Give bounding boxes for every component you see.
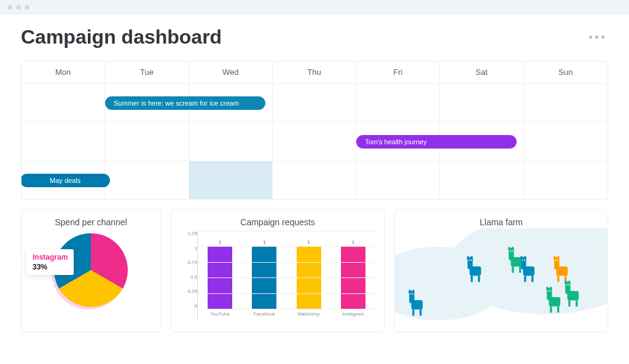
bar-column[interactable]: 1 <box>294 239 324 309</box>
calendar-cell[interactable] <box>356 83 440 122</box>
calendar-cell[interactable] <box>524 83 608 122</box>
dot-icon <box>589 36 592 39</box>
svg-point-6 <box>410 293 412 295</box>
calendar-cell[interactable] <box>440 83 523 122</box>
svg-rect-53 <box>576 300 577 306</box>
svg-rect-34 <box>553 256 555 260</box>
calendar-cell[interactable] <box>105 161 189 199</box>
llama-icon[interactable] <box>464 256 485 283</box>
bar-value-label: 1 <box>352 239 354 245</box>
bar-value-label: 1 <box>219 239 221 245</box>
svg-rect-12 <box>471 276 472 282</box>
calendar-cell[interactable] <box>356 161 440 199</box>
calendar-day-header: Fri <box>356 61 440 83</box>
calendar-cell[interactable] <box>524 161 608 199</box>
page-header: Campaign dashboard <box>21 26 608 48</box>
svg-point-7 <box>412 293 413 295</box>
calendar-day-header: Sun <box>524 61 608 83</box>
gridline <box>198 231 375 231</box>
calendar-day-header: Mon <box>21 61 105 83</box>
spend-panel: Spend per channel Instagram 33% <box>21 209 161 332</box>
bar-x-label: Mailchimp <box>294 309 324 317</box>
svg-rect-3 <box>412 290 414 294</box>
llama-icon[interactable] <box>518 256 539 283</box>
dot-icon <box>595 36 598 39</box>
llama-farm-title: Llama farm <box>404 217 599 227</box>
svg-rect-52 <box>568 300 570 306</box>
svg-point-30 <box>522 260 523 261</box>
svg-rect-43 <box>550 287 552 291</box>
calendar-cell[interactable] <box>189 161 273 199</box>
svg-rect-13 <box>478 276 480 282</box>
window-chrome <box>0 0 629 15</box>
llama-farm-panel: Llama farm <box>394 209 608 332</box>
llama-farm-scene[interactable] <box>395 228 608 331</box>
svg-rect-51 <box>568 281 570 285</box>
gridline <box>198 277 375 278</box>
svg-rect-26 <box>520 256 522 260</box>
svg-point-54 <box>566 284 568 285</box>
bar-y-axis: 1.2510.750.50.250 <box>180 231 197 320</box>
calendar-cell[interactable] <box>189 122 273 161</box>
calendar-event[interactable]: Tom's health journey <box>356 135 517 149</box>
calendar-event[interactable]: Summer is here: we scream for ice cream <box>105 96 265 110</box>
bar-y-tick: 0.75 <box>180 260 197 265</box>
svg-rect-4 <box>412 309 414 316</box>
chrome-dot-icon <box>7 5 12 10</box>
tooltip-series-name: Instagram <box>33 253 68 261</box>
calendar-day-header: Thu <box>273 61 356 83</box>
bar-column[interactable]: 1 <box>249 239 279 309</box>
gridline <box>198 309 375 309</box>
bar-y-tick: 1.25 <box>180 231 197 236</box>
chrome-dot-icon <box>25 5 29 10</box>
calendar-day-header: Tue <box>105 61 189 83</box>
calendar-cell[interactable] <box>21 83 105 122</box>
llama-icon[interactable] <box>551 256 572 283</box>
gridline <box>198 246 375 247</box>
bar-value-label: 1 <box>307 239 310 245</box>
calendar-cell[interactable] <box>440 161 523 199</box>
svg-point-47 <box>550 290 551 292</box>
llama-icon[interactable] <box>544 287 565 314</box>
llama-icon[interactable] <box>406 290 427 317</box>
calendar-panel[interactable]: MonTueWedThuFriSatSun Summer is here: we… <box>21 61 608 199</box>
svg-rect-35 <box>557 256 559 260</box>
bar-x-label: Facebook <box>249 309 279 317</box>
bar-x-axis: YouTubeFacebookMailchimpInstagram <box>198 309 375 320</box>
svg-point-23 <box>512 250 513 252</box>
calendar-cell[interactable] <box>524 122 608 161</box>
svg-rect-28 <box>524 276 526 282</box>
requests-panel: Campaign requests 1.2510.750.50.250 1111… <box>171 209 385 332</box>
svg-rect-42 <box>546 287 548 291</box>
gridline <box>198 293 375 294</box>
bar-y-tick: 0 <box>180 303 197 309</box>
svg-rect-20 <box>512 266 514 273</box>
svg-point-38 <box>555 260 557 261</box>
llama-icon[interactable] <box>562 281 583 308</box>
bar-column[interactable]: 1 <box>205 239 235 309</box>
svg-point-15 <box>471 260 472 261</box>
calendar-cell[interactable] <box>105 122 189 161</box>
bar-y-tick: 0.25 <box>180 288 197 294</box>
calendar-cell[interactable] <box>273 83 356 122</box>
svg-rect-18 <box>508 247 510 251</box>
svg-rect-5 <box>420 309 421 316</box>
calendar-cell[interactable] <box>273 161 356 199</box>
calendar-cell[interactable] <box>21 122 105 161</box>
calendar-cell[interactable] <box>273 122 356 161</box>
more-options-button[interactable] <box>585 32 608 42</box>
requests-panel-title: Campaign requests <box>180 217 375 227</box>
calendar-event[interactable]: May deals <box>21 174 110 187</box>
svg-rect-45 <box>557 306 559 312</box>
svg-rect-2 <box>408 290 410 294</box>
dot-icon <box>601 36 604 39</box>
bar-column[interactable]: 1 <box>338 239 368 309</box>
bar-y-tick: 0.5 <box>180 274 197 280</box>
page-title: Campaign dashboard <box>21 26 222 48</box>
bar-chart[interactable]: 1.2510.750.50.250 1111 YouTubeFacebookMa… <box>180 231 375 320</box>
svg-rect-29 <box>531 276 533 282</box>
pie-tooltip: Instagram 33% <box>26 249 74 275</box>
gridline <box>198 262 375 263</box>
svg-rect-11 <box>471 256 472 260</box>
bar-x-label: Instagram <box>338 309 368 317</box>
